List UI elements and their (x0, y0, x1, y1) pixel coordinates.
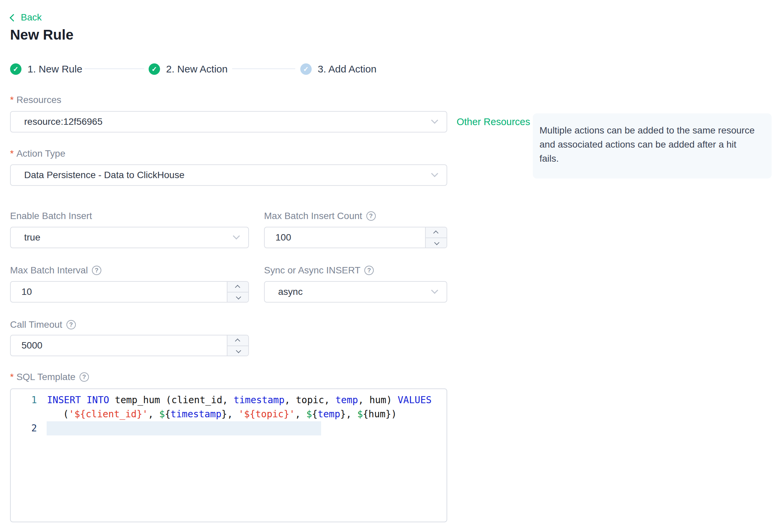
resources-select-value: resource:12f56965 (24, 116, 103, 127)
sql-keyword: timestamp (170, 409, 221, 420)
sql-text: , (295, 409, 306, 420)
sql-text: temp_hum (client_id, (109, 394, 234, 406)
call-timeout-label-text: Call Timeout (10, 319, 62, 330)
resource-info-text: Multiple actions can be added to the sam… (539, 123, 756, 166)
check-circle-icon: ✓ (10, 63, 21, 75)
call-timeout-input[interactable] (11, 335, 248, 356)
back-link[interactable]: Back (11, 12, 42, 23)
action-type-label: * Action Type (10, 148, 65, 159)
sql-text: , (148, 409, 159, 420)
other-resources-link[interactable]: Other Resources (457, 116, 530, 127)
max-count-input[interactable] (265, 227, 447, 248)
code-line-1: INSERT INTO temp_hum (client_id, timesta… (47, 393, 431, 407)
required-asterisk: * (10, 372, 14, 382)
active-line-highlight (47, 421, 321, 435)
chevron-down-icon (431, 117, 438, 124)
code-line-1-wrap: ('${client_id}', ${timestamp}, '${topic}… (47, 407, 397, 421)
sql-text: , topic, (285, 394, 335, 406)
max-interval-input[interactable] (11, 282, 248, 302)
line-number: 2 (11, 421, 46, 435)
line-number: 1 (11, 393, 46, 407)
sql-template-label-text: SQL Template (16, 372, 75, 382)
chevron-down-icon (233, 232, 240, 240)
sync-async-label: Sync or Async INSERT ? (264, 265, 374, 276)
decrement-button[interactable] (227, 292, 248, 302)
sql-keyword: timestamp (234, 394, 285, 406)
decrement-button[interactable] (227, 345, 248, 356)
step-label: 3. Add Action (318, 63, 376, 75)
sql-variable-sigil: $ (357, 409, 363, 420)
chevron-up-icon (235, 285, 240, 290)
help-icon[interactable]: ? (80, 372, 89, 382)
number-spinner (227, 335, 248, 356)
resources-label-text: Resources (16, 95, 61, 105)
sql-template-label: * SQL Template ? (10, 372, 89, 382)
sql-keyword: temp (335, 394, 358, 406)
sql-keyword: VALUES (398, 394, 431, 406)
chevron-up-icon (235, 338, 240, 344)
sql-keyword: temp (318, 409, 340, 420)
action-type-select[interactable]: Data Persistence - Data to ClickHouse (10, 164, 447, 186)
step-connector (232, 68, 295, 69)
number-spinner (425, 227, 447, 248)
required-asterisk: * (10, 148, 14, 159)
help-icon[interactable]: ? (92, 266, 101, 275)
sql-keyword: INSERT INTO (47, 394, 109, 406)
sql-text: ( (63, 409, 69, 420)
action-type-select-value: Data Persistence - Data to ClickHouse (24, 170, 185, 180)
resources-select[interactable]: resource:12f56965 (10, 111, 447, 132)
call-timeout-input-wrap (10, 335, 249, 356)
max-interval-input-wrap (10, 281, 249, 303)
sql-text: { (312, 409, 318, 420)
enable-batch-select-value: true (24, 232, 40, 243)
sql-text: } (221, 409, 227, 420)
sql-code-editor[interactable]: 1 2 INSERT INTO temp_hum (client_id, tim… (10, 388, 447, 522)
max-interval-label: Max Batch Interval ? (10, 265, 101, 276)
new-rule-page: Back New Rule ✓ 1. New Rule ✓ 2. New Act… (0, 0, 775, 532)
sql-string: '${client_id}' (69, 409, 148, 420)
page-title: New Rule (10, 27, 73, 43)
help-icon[interactable]: ? (364, 266, 374, 275)
resources-label: * Resources (10, 95, 61, 105)
step-label: 2. New Action (166, 63, 227, 75)
sql-text: } (340, 409, 346, 420)
sql-text: , (227, 409, 239, 420)
sql-text: , (346, 409, 357, 420)
step-connector (85, 68, 144, 69)
number-spinner (227, 282, 248, 302)
sql-text: { (165, 409, 170, 420)
decrement-button[interactable] (426, 237, 447, 248)
help-icon[interactable]: ? (366, 211, 376, 221)
chevron-down-icon (431, 170, 438, 177)
sql-variable-sigil: $ (159, 409, 165, 420)
sql-text: {hum}) (363, 409, 397, 420)
step-label: 1. New Rule (28, 63, 82, 75)
chevron-down-icon (236, 294, 241, 300)
chevron-left-icon (10, 14, 17, 21)
chevron-down-icon (434, 240, 440, 245)
step-new-action[interactable]: ✓ 2. New Action (149, 63, 227, 75)
back-label: Back (21, 12, 42, 23)
chevron-up-icon (433, 230, 438, 236)
sync-async-select[interactable]: async (264, 281, 447, 303)
step-add-action[interactable]: ✓ 3. Add Action (300, 63, 376, 75)
increment-button[interactable] (227, 335, 248, 345)
step-new-rule[interactable]: ✓ 1. New Rule (10, 63, 82, 75)
enable-batch-select[interactable]: true (10, 227, 249, 248)
resource-info-box: Multiple actions can be added to the sam… (533, 113, 772, 178)
sync-async-label-text: Sync or Async INSERT (264, 265, 360, 276)
check-circle-icon: ✓ (300, 63, 312, 75)
sql-text: , hum) (358, 394, 398, 406)
max-count-input-wrap (264, 227, 447, 248)
sql-string: '${topic}' (239, 409, 295, 420)
increment-button[interactable] (426, 227, 447, 237)
enable-batch-label-text: Enable Batch Insert (10, 211, 92, 221)
sql-variable-sigil: $ (306, 409, 312, 420)
chevron-down-icon (236, 348, 241, 353)
enable-batch-label: Enable Batch Insert (10, 211, 92, 221)
increment-button[interactable] (227, 282, 248, 292)
check-circle-icon: ✓ (149, 63, 160, 75)
call-timeout-label: Call Timeout ? (10, 319, 76, 330)
help-icon[interactable]: ? (66, 320, 76, 329)
max-interval-label-text: Max Batch Interval (10, 265, 88, 276)
